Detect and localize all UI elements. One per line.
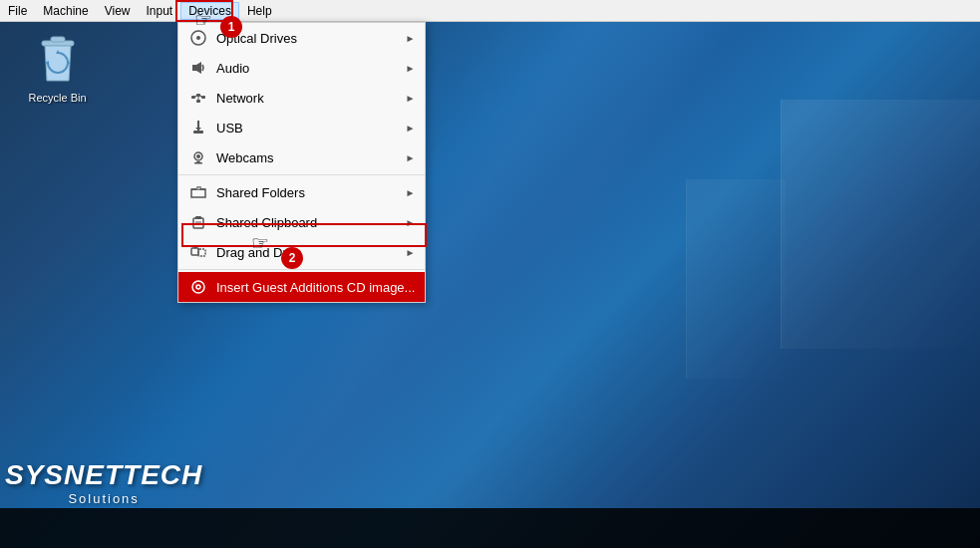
network-arrow: ►	[406, 93, 416, 104]
svg-rect-22	[191, 248, 198, 255]
logo-sub-text: Solutions	[5, 491, 202, 506]
recycle-bin-label: Recycle Bin	[28, 91, 86, 105]
step-badge-1: 1	[220, 16, 242, 38]
audio-label: Audio	[216, 61, 406, 76]
shared-folders-arrow: ►	[406, 187, 416, 198]
menu-separator-2	[178, 269, 425, 270]
webcams-icon	[188, 147, 208, 167]
drag-drop-label: Drag and Drop	[216, 245, 406, 260]
webcams-arrow: ►	[406, 152, 416, 163]
drag-drop-arrow: ►	[406, 247, 416, 258]
svg-marker-12	[195, 128, 201, 131]
network-icon	[188, 88, 208, 108]
shared-clipboard-arrow: ►	[406, 217, 416, 228]
menu-help[interactable]: Help	[239, 2, 280, 20]
webcams-label: Webcams	[216, 150, 406, 165]
shared-folders-icon	[188, 182, 208, 202]
usb-arrow: ►	[406, 123, 416, 134]
svg-line-8	[195, 96, 196, 98]
optical-drives-label: Optical Drives	[216, 31, 406, 46]
svg-rect-4	[191, 96, 195, 99]
menu-separator-1	[178, 174, 425, 175]
desktop: File Machine View Input Devices Help 1 ☞…	[0, 0, 980, 548]
step-badge-2: 2	[281, 247, 303, 269]
recycle-bin-graphic	[34, 35, 82, 87]
insert-guest-label: Insert Guest Additions CD image...	[216, 280, 415, 295]
network-label: Network	[216, 91, 406, 106]
menu-view[interactable]: View	[97, 2, 139, 20]
menu-item-shared-clipboard[interactable]: Shared Clipboard ►	[178, 207, 425, 237]
svg-rect-18	[193, 218, 203, 228]
svg-rect-19	[195, 216, 201, 219]
svg-line-9	[200, 96, 201, 98]
svg-point-15	[196, 154, 200, 158]
svg-rect-2	[192, 65, 196, 71]
shared-folders-label: Shared Folders	[216, 185, 406, 200]
svg-point-25	[196, 285, 200, 289]
svg-rect-13	[193, 131, 203, 134]
optical-drives-arrow: ►	[406, 33, 416, 44]
logo-main-text: SYSNETTECH	[5, 459, 202, 491]
menu-item-webcams[interactable]: Webcams ►	[178, 142, 425, 172]
menu-item-network[interactable]: Network ►	[178, 83, 425, 113]
svg-rect-6	[201, 96, 205, 99]
shared-clipboard-label: Shared Clipboard	[216, 215, 406, 230]
menu-item-usb[interactable]: USB ►	[178, 113, 425, 142]
drag-drop-icon	[188, 242, 208, 262]
menubar: File Machine View Input Devices Help	[0, 0, 980, 22]
svg-point-24	[192, 281, 204, 293]
cd-icon	[188, 277, 208, 297]
svg-rect-7	[196, 100, 200, 103]
logo-area: SYSNETTECH Solutions	[5, 459, 202, 506]
shared-clipboard-icon	[188, 212, 208, 232]
svg-point-1	[196, 36, 200, 40]
menu-item-audio[interactable]: Audio ►	[178, 53, 425, 83]
menu-item-optical-drives[interactable]: Optical Drives ►	[178, 23, 425, 53]
usb-label: USB	[216, 121, 406, 136]
menu-input[interactable]: Input	[139, 2, 181, 20]
usb-icon	[188, 118, 208, 137]
recycle-bin-icon-desktop[interactable]: Recycle Bin	[20, 35, 95, 105]
optical-drives-icon	[188, 28, 208, 48]
audio-icon	[188, 58, 208, 78]
menu-item-shared-folders[interactable]: Shared Folders ►	[178, 177, 425, 207]
audio-arrow: ►	[406, 63, 416, 74]
svg-rect-17	[194, 162, 202, 164]
svg-rect-28	[51, 37, 65, 42]
svg-marker-3	[196, 62, 201, 74]
menu-file[interactable]: File	[0, 2, 35, 20]
menu-machine[interactable]: Machine	[35, 2, 96, 20]
svg-rect-23	[198, 249, 205, 256]
menu-item-insert-guest-additions[interactable]: Insert Guest Additions CD image...	[178, 272, 425, 302]
light-decoration-1	[781, 100, 980, 349]
light-decoration-2	[686, 179, 786, 379]
taskbar	[0, 508, 980, 548]
svg-rect-5	[196, 94, 200, 97]
